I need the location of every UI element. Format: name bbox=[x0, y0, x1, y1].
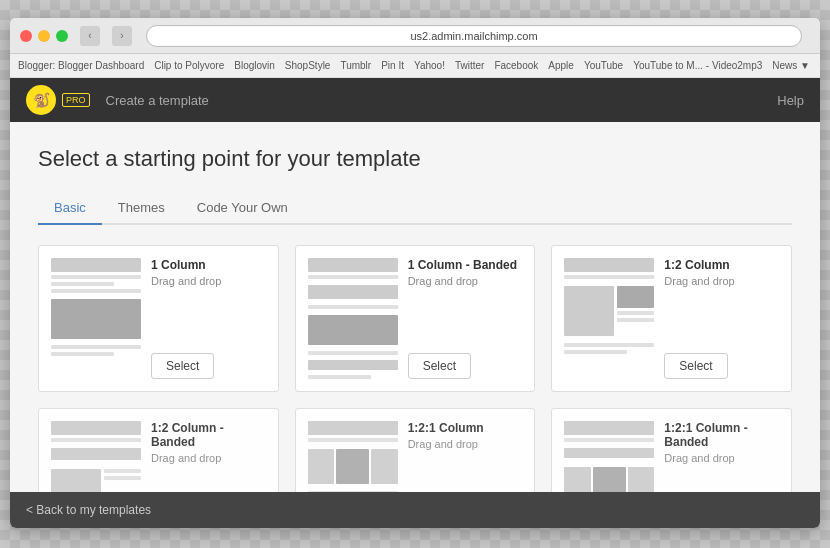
template-info-1-column: 1 Column Drag and drop Select bbox=[151, 258, 266, 379]
address-text: us2.admin.mailchimp.com bbox=[410, 30, 537, 42]
template-info-1-2-column-banded: 1:2 Column - Banded Drag and drop bbox=[151, 421, 266, 492]
template-card-1-column-banded[interactable]: 1 Column - Banded Drag and drop Select bbox=[295, 245, 536, 392]
browser-window: ‹ › us2.admin.mailchimp.com Blogger: Blo… bbox=[10, 18, 820, 528]
tabs: Basic Themes Code Your Own bbox=[38, 192, 792, 225]
template-grid: 1 Column Drag and drop Select bbox=[38, 245, 792, 492]
forward-nav-button[interactable]: › bbox=[112, 26, 132, 46]
template-subtitle: Drag and drop bbox=[151, 452, 266, 464]
header-title: Create a template bbox=[106, 93, 209, 108]
template-name: 1:2:1 Column bbox=[408, 421, 523, 435]
template-preview-1-column bbox=[51, 258, 141, 379]
template-card-1-2-1-column[interactable]: 1:2:1 Column Drag and drop bbox=[295, 408, 536, 492]
bookmark-apple[interactable]: Apple bbox=[548, 60, 574, 71]
template-preview-1-2-column-banded bbox=[51, 421, 141, 492]
bookmark-facebook[interactable]: Facebook bbox=[494, 60, 538, 71]
main-content: Select a starting point for your templat… bbox=[10, 122, 820, 492]
template-preview-1-2-1-column-banded bbox=[564, 421, 654, 492]
maximize-button[interactable] bbox=[56, 30, 68, 42]
bottom-bar: < Back to my templates bbox=[10, 492, 820, 528]
template-name: 1:2 Column - Banded bbox=[151, 421, 266, 449]
template-preview-1-2-column bbox=[564, 258, 654, 379]
template-card-1-column[interactable]: 1 Column Drag and drop Select bbox=[38, 245, 279, 392]
template-preview-1-column-banded bbox=[308, 258, 398, 379]
template-name: 1 Column bbox=[151, 258, 266, 272]
browser-titlebar: ‹ › us2.admin.mailchimp.com bbox=[10, 18, 820, 54]
template-subtitle: Drag and drop bbox=[408, 275, 523, 287]
bookmark-pinit[interactable]: Pin It bbox=[381, 60, 404, 71]
tab-themes[interactable]: Themes bbox=[102, 192, 181, 225]
template-card-1-2-1-column-banded[interactable]: 1:2:1 Column - Banded Drag and drop bbox=[551, 408, 792, 492]
bookmark-twitter[interactable]: Twitter bbox=[455, 60, 484, 71]
bookmark-youtube[interactable]: YouTube bbox=[584, 60, 623, 71]
close-button[interactable] bbox=[20, 30, 32, 42]
bookmark-blogger[interactable]: Blogger: Blogger Dashboard bbox=[18, 60, 144, 71]
template-card-1-2-column[interactable]: 1:2 Column Drag and drop Select bbox=[551, 245, 792, 392]
bookmark-bloglovin[interactable]: Bloglovin bbox=[234, 60, 275, 71]
app-header: 🐒 PRO Create a template Help bbox=[10, 78, 820, 122]
app-logo: 🐒 bbox=[26, 85, 56, 115]
template-subtitle: Drag and drop bbox=[408, 438, 523, 450]
template-preview-1-2-1-column bbox=[308, 421, 398, 492]
select-button-1-column-banded[interactable]: Select bbox=[408, 353, 471, 379]
template-name: 1:2 Column bbox=[664, 258, 779, 272]
template-name: 1:2:1 Column - Banded bbox=[664, 421, 779, 449]
select-button-1-column[interactable]: Select bbox=[151, 353, 214, 379]
pro-badge: PRO bbox=[62, 93, 90, 107]
bookmark-tumblr[interactable]: Tumblr bbox=[340, 60, 371, 71]
template-subtitle: Drag and drop bbox=[664, 275, 779, 287]
bookmark-youtube-mp3[interactable]: YouTube to M... - Video2mp3 bbox=[633, 60, 762, 71]
tab-code-your-own[interactable]: Code Your Own bbox=[181, 192, 304, 225]
template-info-1-2-1-column-banded: 1:2:1 Column - Banded Drag and drop bbox=[664, 421, 779, 492]
minimize-button[interactable] bbox=[38, 30, 50, 42]
template-name: 1 Column - Banded bbox=[408, 258, 523, 272]
select-button-1-2-column[interactable]: Select bbox=[664, 353, 727, 379]
template-subtitle: Drag and drop bbox=[664, 452, 779, 464]
template-card-1-2-column-banded[interactable]: 1:2 Column - Banded Drag and drop bbox=[38, 408, 279, 492]
template-info-1-2-1-column: 1:2:1 Column Drag and drop bbox=[408, 421, 523, 492]
bookmark-news[interactable]: News ▼ bbox=[772, 60, 810, 71]
bookmarks-bar: Blogger: Blogger Dashboard Clip to Polyv… bbox=[10, 54, 820, 78]
template-info-1-2-column: 1:2 Column Drag and drop Select bbox=[664, 258, 779, 379]
address-bar[interactable]: us2.admin.mailchimp.com bbox=[146, 25, 802, 47]
help-link[interactable]: Help bbox=[777, 93, 804, 108]
template-subtitle: Drag and drop bbox=[151, 275, 266, 287]
page-title: Select a starting point for your templat… bbox=[38, 146, 792, 172]
tab-basic[interactable]: Basic bbox=[38, 192, 102, 225]
template-info-1-column-banded: 1 Column - Banded Drag and drop Select bbox=[408, 258, 523, 379]
bookmark-shopstyle[interactable]: ShopStyle bbox=[285, 60, 331, 71]
bookmark-polyvore[interactable]: Clip to Polyvore bbox=[154, 60, 224, 71]
bookmark-yahoo[interactable]: Yahoo! bbox=[414, 60, 445, 71]
back-nav-button[interactable]: ‹ bbox=[80, 26, 100, 46]
back-link[interactable]: < Back to my templates bbox=[26, 503, 151, 517]
